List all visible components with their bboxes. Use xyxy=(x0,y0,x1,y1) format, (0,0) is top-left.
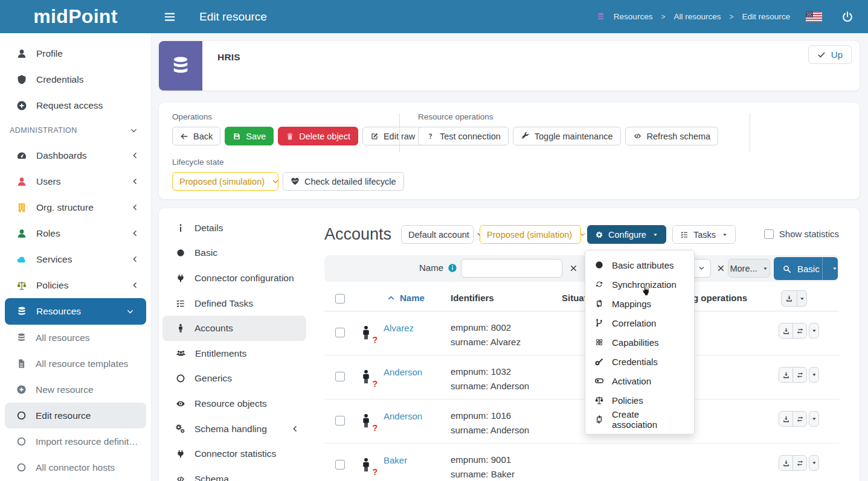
sidebar-item-services[interactable]: Services xyxy=(0,246,151,272)
sidebar-item-dashboards[interactable]: Dashboards xyxy=(0,142,151,168)
row-download-button[interactable] xyxy=(779,367,793,383)
wrench-icon xyxy=(521,132,530,141)
menu-item-correlation[interactable]: Correlation xyxy=(585,313,694,333)
more-filters-button[interactable]: More... xyxy=(728,259,770,278)
row-transfer-button[interactable] xyxy=(792,455,807,471)
sidebar-item-import-resource-definition[interactable]: Import resource definit… xyxy=(0,428,151,454)
account-type-select[interactable]: Default account xyxy=(401,225,474,244)
logout-power-icon[interactable] xyxy=(841,11,854,23)
search-basic-button[interactable]: Basic xyxy=(774,257,838,280)
exchange-icon xyxy=(796,371,804,379)
sidebar-item-roles[interactable]: Roles xyxy=(0,220,151,246)
menu-item-basic-attributes[interactable]: Basic attributes xyxy=(585,255,694,275)
back-button[interactable]: Back xyxy=(172,127,220,145)
list-check-icon xyxy=(680,231,689,239)
sidebar-item-policies[interactable]: Policies xyxy=(0,272,151,298)
delete-object-button[interactable]: Delete object xyxy=(278,127,358,145)
table-row: ? Baker empnum: 9001 surname: Baker xyxy=(324,444,839,481)
menu-item-schema[interactable]: Schema xyxy=(159,467,310,481)
heart-pulse-icon xyxy=(291,177,300,186)
row-checkbox[interactable] xyxy=(335,372,345,381)
save-button[interactable]: Save xyxy=(225,127,274,145)
menu-item-schema-handling[interactable]: Schema handling xyxy=(159,416,310,442)
hamburger-menu-icon[interactable] xyxy=(163,10,176,24)
menu-item-entitlements[interactable]: Entitlements xyxy=(159,341,310,366)
midpoint-logo[interactable]: midPoint xyxy=(0,5,151,28)
row-transfer-button[interactable] xyxy=(792,411,807,427)
sidebar-item-org-structure[interactable]: Org. structure xyxy=(0,194,151,220)
sidebar-item-profile[interactable]: Profile xyxy=(0,40,151,66)
column-header-name[interactable]: Name xyxy=(387,293,425,303)
accounts-lifecycle-select[interactable]: Proposed (simulation) xyxy=(480,225,581,244)
code-icon xyxy=(633,132,642,141)
row-more-actions-caret[interactable] xyxy=(809,323,819,339)
row-more-actions-caret[interactable] xyxy=(809,411,819,427)
chevron-left-icon xyxy=(131,281,139,289)
configure-dropdown-button[interactable]: Configure xyxy=(587,225,666,244)
info-circle-icon xyxy=(448,263,457,273)
row-more-actions-caret[interactable] xyxy=(809,455,819,471)
row-checkbox[interactable] xyxy=(335,460,345,470)
row-transfer-button[interactable] xyxy=(792,323,807,339)
menu-item-credentials[interactable]: Credentials xyxy=(585,352,694,371)
menu-item-basic[interactable]: Basic xyxy=(159,241,310,266)
sidebar-item-label: All resource templates xyxy=(36,358,128,369)
sidebar-item-edit-resource[interactable]: Edit resource xyxy=(5,403,146,428)
lifecycle-state-select[interactable]: Proposed (simulation) xyxy=(172,172,278,191)
menu-item-connector-configuration[interactable]: Connector configuration xyxy=(159,266,310,291)
menu-item-activation[interactable]: Activation xyxy=(585,371,694,390)
select-all-checkbox[interactable] xyxy=(335,294,345,304)
show-statistics-toggle[interactable]: Show statistics xyxy=(764,229,839,239)
menu-item-connector-statistics[interactable]: Connector statistics xyxy=(159,441,310,467)
row-more-actions-caret[interactable] xyxy=(809,367,819,383)
clear-filter-icon[interactable] xyxy=(716,264,725,273)
clear-filter-icon[interactable] xyxy=(569,264,578,273)
tasks-dropdown-button[interactable]: Tasks xyxy=(672,225,736,244)
account-name-link[interactable]: Anderson xyxy=(384,367,422,377)
resource-status-up-button[interactable]: Up xyxy=(808,45,852,64)
menu-item-defined-tasks[interactable]: Defined Tasks xyxy=(159,291,310,316)
sidebar-item-all-resource-templates[interactable]: All resource templates xyxy=(0,351,151,377)
sidebar-item-all-connector-hosts[interactable]: All connector hosts xyxy=(0,454,151,480)
breadcrumb-all-resources[interactable]: All resources xyxy=(674,12,721,21)
row-download-button[interactable] xyxy=(779,411,793,427)
test-connection-button[interactable]: Test connection xyxy=(418,127,509,145)
caret-down-icon xyxy=(811,416,817,422)
toggle-maintenance-button[interactable]: Toggle maintenance xyxy=(513,127,621,145)
row-download-button[interactable] xyxy=(779,323,793,339)
users-group-icon xyxy=(176,348,186,358)
search-mode-caret[interactable] xyxy=(822,257,838,280)
menu-item-accounts[interactable]: Accounts xyxy=(162,316,306,341)
account-name-link[interactable]: Baker xyxy=(384,455,407,465)
menu-item-capabilities[interactable]: Capabilities xyxy=(585,333,694,352)
row-checkbox[interactable] xyxy=(335,416,345,425)
row-download-button[interactable] xyxy=(779,455,793,471)
export-download-button[interactable] xyxy=(781,290,797,307)
sidebar-item-credentials[interactable]: Credentials xyxy=(0,66,151,92)
menu-item-generics[interactable]: Generics xyxy=(159,366,310,392)
show-statistics-checkbox[interactable] xyxy=(764,229,774,239)
sidebar-section-administration[interactable]: ADMINISTRATION xyxy=(0,118,151,142)
menu-item-resource-objects[interactable]: Resource objects xyxy=(159,391,310,416)
sidebar-item-label: New resource xyxy=(36,384,94,395)
breadcrumb-resources[interactable]: Resources xyxy=(614,12,653,21)
menu-item-policies[interactable]: Policies xyxy=(585,390,694,410)
menu-item-details[interactable]: Details xyxy=(159,215,310,241)
account-name-link[interactable]: Alvarez xyxy=(384,323,414,333)
sidebar-item-request-access[interactable]: Request access xyxy=(0,92,151,118)
sidebar-item-new-resource[interactable]: New resource xyxy=(0,377,151,403)
account-name-link[interactable]: Anderson xyxy=(384,411,422,421)
refresh-schema-button[interactable]: Refresh schema xyxy=(625,127,719,145)
menu-item-create-association[interactable]: Create association xyxy=(585,410,694,429)
sidebar-item-label: Users xyxy=(36,176,60,187)
sidebar-item-all-resources[interactable]: All resources xyxy=(0,325,151,351)
export-options-caret[interactable] xyxy=(797,290,807,307)
row-checkbox[interactable] xyxy=(335,328,345,337)
database-icon xyxy=(16,333,27,343)
sidebar-item-users[interactable]: Users xyxy=(0,168,151,194)
check-detailed-lifecycle-button[interactable]: Check detailed lifecycle xyxy=(283,172,404,191)
row-transfer-button[interactable] xyxy=(792,367,807,383)
us-flag-icon[interactable] xyxy=(806,11,822,22)
name-search-input[interactable] xyxy=(461,259,562,278)
sidebar-item-resources[interactable]: Resources xyxy=(5,298,146,325)
